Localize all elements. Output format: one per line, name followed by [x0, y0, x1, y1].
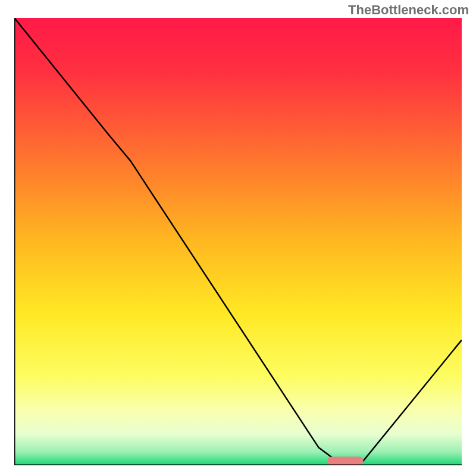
chart-svg [14, 18, 462, 465]
watermark-text: TheBottleneck.com [348, 2, 469, 18]
chart-marker [327, 456, 363, 465]
chart-plot-area [14, 18, 462, 465]
chart-background [14, 18, 462, 465]
